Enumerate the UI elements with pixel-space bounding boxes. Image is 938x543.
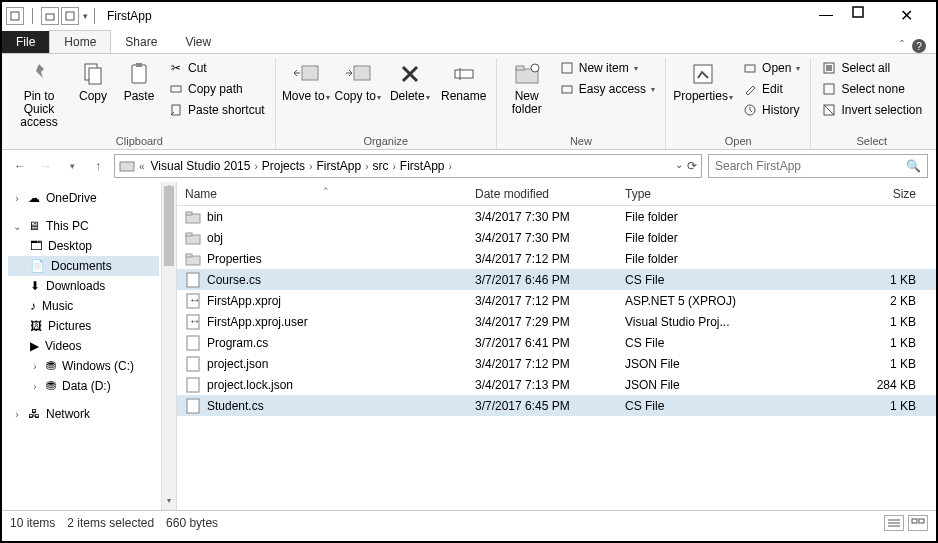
file-row[interactable]: Properties3/4/2017 7:12 PMFile folder [177,248,936,269]
close-button[interactable]: ✕ [892,6,920,26]
scrollbar-thumb[interactable] [164,186,174,266]
column-name[interactable]: Name ⌃ [177,187,467,201]
column-type[interactable]: Type [617,187,757,201]
share-tab[interactable]: Share [111,31,171,53]
edit-button[interactable]: Edit [738,79,804,99]
sidebar-item-documents[interactable]: 📄Documents [8,256,159,276]
file-row[interactable]: Student.cs3/7/2017 6:45 PMCS File1 KB [177,395,936,416]
file-row[interactable]: Course.cs3/7/2017 6:46 PMCS File1 KB [177,269,936,290]
copy-to-button[interactable]: Copy to▾ [334,58,382,103]
file-row[interactable]: ↔FirstApp.xproj3/4/2017 7:12 PMASP.NET 5… [177,290,936,311]
pin-label: Pin to Quick access [10,90,68,130]
invert-selection-button[interactable]: Invert selection [817,100,926,120]
qat-customize-icon[interactable] [61,7,79,25]
search-box[interactable]: 🔍 [708,154,928,178]
select-none-button[interactable]: Select none [817,79,926,99]
sidebar-item-videos[interactable]: ▶Videos [8,336,159,356]
new-item-button[interactable]: New item▾ [555,58,659,78]
view-tab[interactable]: View [171,31,225,53]
help-icon[interactable]: ? [912,39,926,53]
sidebar-item-network[interactable]: ›🖧Network [8,404,159,424]
ribbon: Pin to Quick access Copy Paste ✂Cut Copy… [2,54,936,150]
chevron-right-icon[interactable]: › [12,409,22,420]
move-to-button[interactable]: Move to▾ [282,58,330,103]
file-date-cell: 3/4/2017 7:12 PM [467,252,617,266]
copy-path-button[interactable]: Copy path [164,79,269,99]
file-row[interactable]: Program.cs3/7/2017 6:41 PMCS File1 KB [177,332,936,353]
chevron-right-icon[interactable]: › [30,361,40,372]
breadcrumb-item[interactable]: src [369,159,393,173]
new-folder-button[interactable]: New folder [503,58,551,116]
file-type-cell: CS File [617,273,757,287]
sidebar-item-d-drive[interactable]: ›⛃Data (D:) [8,376,159,396]
sidebar-item-downloads[interactable]: ⬇Downloads [8,276,159,296]
forward-button[interactable]: → [36,156,56,176]
sidebar-item-pictures[interactable]: 🖼Pictures [8,316,159,336]
paste-shortcut-button[interactable]: Paste shortcut [164,100,269,120]
easy-access-button[interactable]: Easy access▾ [555,79,659,99]
chevron-down-icon[interactable]: ⌄ [12,221,22,232]
up-button[interactable]: ↑ [88,156,108,176]
sidebar-scrollbar[interactable]: ▴ ▾ [161,182,176,510]
recent-locations-button[interactable]: ▾ [62,156,82,176]
svg-rect-15 [516,66,524,70]
file-name: FirstApp.xproj [207,294,281,308]
delete-button[interactable]: Delete▾ [386,58,434,103]
select-all-button[interactable]: Select all [817,58,926,78]
sidebar-item-onedrive[interactable]: ›☁OneDrive [8,188,159,208]
refresh-button[interactable]: ⟳ [687,159,697,173]
sidebar-item-desktop[interactable]: 🗔Desktop [8,236,159,256]
properties-button[interactable]: Properties▾ [672,58,734,103]
sidebar-item-this-pc[interactable]: ⌄🖥This PC [8,216,159,236]
network-label: Network [46,407,90,421]
details-view-button[interactable] [884,515,904,531]
cut-button[interactable]: ✂Cut [164,58,269,78]
status-selected-count: 2 items selected [67,516,154,530]
drive-icon: ⛃ [46,379,56,393]
qat-new-folder-icon[interactable] [41,7,59,25]
search-input[interactable] [715,159,906,173]
qat-dropdown-icon[interactable]: ▾ [83,11,88,21]
open-button[interactable]: Open▾ [738,58,804,78]
column-date[interactable]: Date modified [467,187,617,201]
address-bar[interactable]: « Visual Studio 2015›Projects›FirstApp›s… [114,154,702,178]
file-row[interactable]: bin3/4/2017 7:30 PMFile folder [177,206,936,227]
file-tab[interactable]: File [2,31,49,53]
file-row[interactable]: ↔FirstApp.xproj.user3/4/2017 7:29 PMVisu… [177,311,936,332]
maximize-button[interactable] [852,6,880,26]
paste-button[interactable]: Paste [118,58,160,103]
copy-button[interactable]: Copy [72,58,114,103]
cdrive-label: Windows (C:) [62,359,134,373]
address-dropdown-icon[interactable]: ⌄ [675,159,683,173]
history-button[interactable]: History [738,100,804,120]
svg-rect-10 [302,66,318,80]
back-button[interactable]: ← [10,156,30,176]
chevron-left-icon[interactable]: « [139,161,145,172]
minimize-ribbon-icon[interactable]: ˆ [900,39,904,53]
home-tab[interactable]: Home [49,30,111,53]
breadcrumb-item[interactable]: FirstApp [396,159,449,173]
breadcrumb-item[interactable]: Projects [258,159,309,173]
column-size[interactable]: Size [757,187,936,201]
file-rows[interactable]: bin3/4/2017 7:30 PMFile folderobj3/4/201… [177,206,936,510]
svg-rect-5 [89,68,101,84]
scroll-down-icon[interactable]: ▾ [162,496,176,510]
file-row[interactable]: obj3/4/2017 7:30 PMFile folder [177,227,936,248]
file-row[interactable]: project.lock.json3/4/2017 7:13 PMJSON Fi… [177,374,936,395]
breadcrumb-item[interactable]: Visual Studio 2015 [147,159,255,173]
file-icon [185,377,201,393]
sidebar-item-music[interactable]: ♪Music [8,296,159,316]
chevron-right-icon[interactable]: › [449,161,452,172]
file-date-cell: 3/7/2017 6:45 PM [467,399,617,413]
minimize-button[interactable]: — [812,6,840,26]
copy-path-icon [168,81,184,97]
rename-button[interactable]: Rename [438,58,490,103]
chevron-right-icon[interactable]: › [30,381,40,392]
chevron-right-icon[interactable]: › [12,193,22,204]
large-icons-view-button[interactable] [908,515,928,531]
file-row[interactable]: project.json3/4/2017 7:12 PMJSON File1 K… [177,353,936,374]
breadcrumb-item[interactable]: FirstApp [312,159,365,173]
pin-to-quick-access-button[interactable]: Pin to Quick access [10,58,68,130]
sidebar-item-c-drive[interactable]: ›⛃Windows (C:) [8,356,159,376]
qat-properties-icon[interactable] [6,7,24,25]
